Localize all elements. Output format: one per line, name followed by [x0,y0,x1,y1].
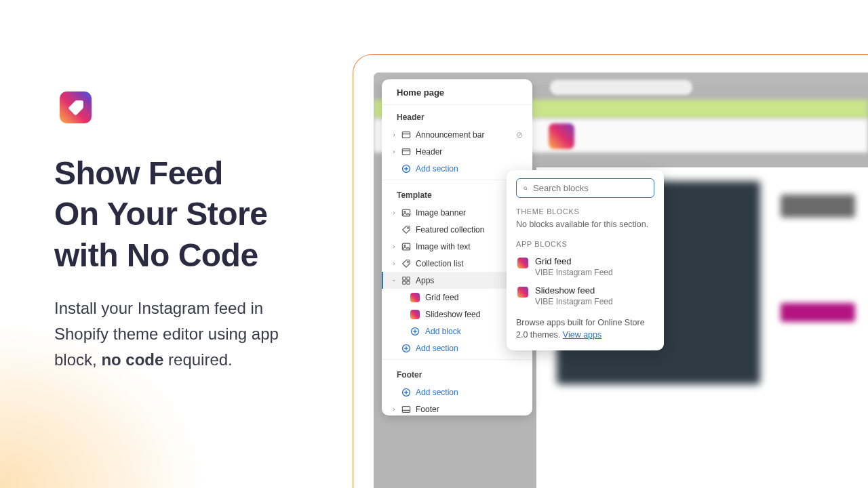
editor-preview: Home page Header › Announcement bar ⊘ › … [374,73,868,488]
svg-rect-8 [402,209,410,216]
editor-frame: Home page Header › Announcement bar ⊘ › … [353,54,868,488]
svg-rect-17 [407,281,410,283]
app-blocks-label: APP BLOCKS [516,240,654,248]
svg-rect-16 [403,281,406,283]
plus-circle-icon [401,344,411,353]
sub-post: required. [163,350,232,369]
app-block-icon [410,310,420,319]
sub-bold: no code [101,350,163,369]
preview-product-title [781,195,855,218]
section-label: Announcement bar [416,130,511,140]
svg-line-30 [526,189,527,190]
headline-line-1: Show Feed [54,155,223,191]
svg-point-12 [404,245,406,246]
group-header-label: Header [382,105,532,126]
chevron-right-icon: › [391,243,397,250]
panel-title: Home page [382,79,532,105]
layout-icon [401,130,411,140]
preview-page-select [550,80,692,95]
section-announcement-bar[interactable]: › Announcement bar ⊘ [382,126,532,143]
block-title: Slideshow feed [535,285,613,296]
divider [382,359,532,360]
chevron-right-icon: › [391,406,397,413]
app-icon-inner [60,92,92,123]
block-subtitle: VIBE Instagram Feed [535,297,613,306]
theme-blocks-label: THEME BLOCKS [516,207,654,216]
plus-circle-icon [401,388,411,397]
add-section-label: Add section [416,164,523,174]
add-section-footer[interactable]: Add section [382,384,532,401]
section-footer[interactable]: › Footer [382,401,532,415]
section-header[interactable]: › Header [382,143,532,160]
svg-rect-27 [402,406,410,412]
section-label: Footer [416,405,523,414]
block-title: Grid feed [535,256,613,266]
chevron-right-icon: › [391,209,397,216]
svg-rect-3 [402,148,410,155]
layout-icon [401,405,411,414]
svg-point-9 [404,211,406,212]
section-label: Header [416,147,523,157]
search-input[interactable] [533,183,647,193]
app-block-grid-feed[interactable]: Grid feed VIBE Instagram Feed [516,252,654,281]
search-blocks[interactable] [516,178,654,198]
svg-rect-15 [407,277,410,279]
search-icon [524,184,528,193]
add-section-label: Add section [416,388,523,397]
chevron-down-icon: › [391,278,397,283]
svg-point-10 [408,227,409,228]
preview-buy-button [781,303,855,322]
headline: Show Feed On Your Store with No Code [54,153,339,276]
tag-icon [401,259,411,268]
svg-rect-11 [402,243,410,250]
tag-icon [67,99,85,117]
app-block-icon [517,287,528,298]
svg-point-13 [408,261,409,262]
theme-blocks-empty: No blocks available for this section. [516,220,654,229]
view-apps-link[interactable]: View apps [563,330,601,340]
subheadline: Install your Instagram feed in Shopify t… [54,296,319,373]
headline-line-2: On Your Store [54,196,267,232]
block-subtitle: VIBE Instagram Feed [535,268,613,277]
app-block-icon [517,258,528,268]
chevron-right-icon: › [391,131,397,138]
app-icon [54,86,97,129]
apps-icon [401,276,411,285]
plus-circle-icon [410,327,420,336]
app-block-icon [410,293,420,302]
hidden-icon[interactable]: ⊘ [516,130,523,140]
image-icon [401,208,411,218]
headline-line-3: with No Code [54,237,258,273]
svg-point-0 [78,102,80,104]
svg-point-29 [524,186,527,189]
chevron-right-icon: › [391,260,397,267]
tag-icon [401,225,411,235]
preview-logo [549,123,574,149]
popover-footer: Browse apps built for Online Store 2.0 t… [516,317,654,341]
group-footer-label: Footer [382,363,532,384]
svg-rect-1 [402,131,410,138]
plus-circle-icon [401,164,411,174]
image-icon [401,242,411,251]
app-block-slideshow-feed[interactable]: Slideshow feed VIBE Instagram Feed [516,281,654,310]
add-block-popover: THEME BLOCKS No blocks available for thi… [507,170,664,350]
chevron-right-icon: › [391,148,397,155]
layout-icon [401,147,411,157]
svg-rect-14 [403,277,406,279]
